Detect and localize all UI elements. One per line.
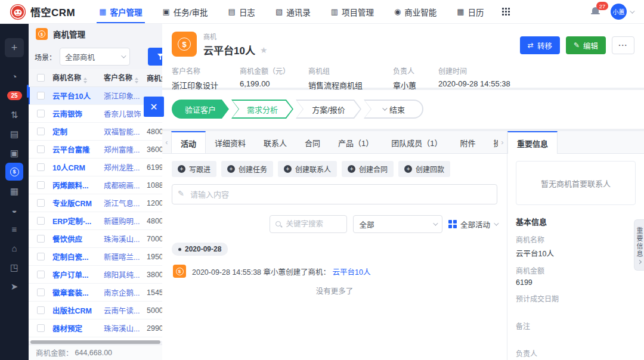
row-checkbox[interactable]: [37, 145, 45, 153]
row-checkbox[interactable]: [37, 271, 45, 278]
important-info-collapse-tab[interactable]: 重要信息: [634, 219, 644, 271]
opportunity-name-link[interactable]: 10人CRM: [52, 162, 104, 173]
sidebar-item[interactable]: ⌂ $: [0, 238, 29, 257]
sidebar-item[interactable]: ≡ $: [0, 219, 29, 238]
opportunity-row[interactable]: 专业版CRM 浙江气息... 12000: [29, 194, 162, 212]
quick-action-button[interactable]: + 创建任务: [221, 161, 273, 177]
close-detail-button[interactable]: ✕: [144, 97, 164, 117]
tab[interactable]: 产品（1）: [329, 131, 382, 153]
row-checkbox[interactable]: [37, 217, 45, 225]
row-checkbox[interactable]: [37, 235, 45, 243]
row-checkbox[interactable]: [37, 253, 45, 260]
opportunity-name-link[interactable]: 定制: [52, 126, 104, 137]
tabs-scroll-left-icon[interactable]: ‹: [162, 131, 171, 153]
horizontal-scrollbar[interactable]: [30, 340, 160, 344]
customer-name-link[interactable]: 香奈儿银饰: [104, 108, 147, 119]
customer-name-link[interactable]: 珠海溪山...: [104, 322, 147, 334]
app-logo[interactable]: 悟空CRM: [0, 4, 91, 20]
customer-name-link[interactable]: 浙江气息...: [104, 197, 147, 209]
tab[interactable]: 附件: [451, 131, 485, 153]
nav-item[interactable]: ▦ 客户管理: [91, 0, 150, 23]
opportunity-row[interactable]: 徽章套装... 南京企鹅... 15450: [29, 284, 162, 302]
opportunity-name-link[interactable]: 客户订单...: [52, 269, 104, 280]
customer-name-link[interactable]: 成都碗画...: [104, 179, 147, 191]
row-checkbox[interactable]: [37, 306, 45, 314]
opportunity-name-link[interactable]: 专业版CRM: [52, 197, 104, 209]
quick-action-button[interactable]: + 创建回款: [398, 161, 450, 177]
sidebar-item[interactable]: 25 $: [0, 86, 29, 105]
opportunity-link[interactable]: 云平台10人: [333, 268, 371, 277]
keyword-search[interactable]: [270, 215, 347, 233]
opportunity-name-link[interactable]: 云平台10人: [52, 90, 104, 101]
opportunity-row[interactable]: 出版社CRM 云南午读... 5000: [29, 302, 162, 319]
opportunity-name-link[interactable]: 丙烯颜料...: [52, 179, 104, 191]
column-header[interactable]: 客户名称: [104, 72, 147, 83]
opportunity-row[interactable]: 丙烯颜料... 成都碗画... 10880: [29, 176, 162, 194]
sidebar-item[interactable]: ▣ $: [0, 143, 29, 162]
add-button[interactable]: +: [5, 38, 24, 57]
sidebar-item[interactable]: ▤ $: [0, 124, 29, 143]
customer-name-link[interactable]: 郑州龙胜...: [104, 162, 147, 173]
quick-action-button[interactable]: + 创建合同: [342, 161, 394, 177]
row-checkbox[interactable]: [37, 163, 45, 171]
scene-select[interactable]: 全部商机: [60, 48, 130, 66]
filter-button[interactable]: [148, 48, 162, 66]
customer-name-link[interactable]: 云南午读...: [104, 305, 147, 316]
sidebar-item[interactable]: ▦ $: [0, 181, 29, 200]
tab[interactable]: 活动: [171, 131, 206, 153]
opportunity-row[interactable]: 云平台富隆 郑州富隆... 3600: [29, 141, 162, 159]
customer-name-link[interactable]: 珠海溪山...: [104, 233, 147, 244]
nav-item[interactable]: ▦ 日历: [448, 0, 492, 23]
activity-scope-select[interactable]: 全部活动: [448, 219, 497, 230]
opportunity-row[interactable]: 云平台10人 浙江印象...: [29, 87, 162, 105]
sidebar-item[interactable]: $ $: [0, 162, 29, 181]
customer-name-link[interactable]: 新疆喀兰...: [104, 251, 147, 262]
opportunity-name-link[interactable]: 餐饮供应: [52, 233, 104, 244]
nav-item[interactable]: ▣ 任务/审批: [154, 0, 216, 23]
row-checkbox[interactable]: [37, 288, 45, 296]
transfer-button[interactable]: ⇄ 转移: [520, 36, 560, 54]
keyword-search-input[interactable]: [286, 220, 342, 228]
stage-step[interactable]: 结束: [364, 100, 423, 119]
row-checkbox[interactable]: [37, 128, 45, 135]
edit-button[interactable]: ✎ 编辑: [566, 36, 606, 54]
opportunity-row[interactable]: ERP定制-... 新疆购明... 4800: [29, 212, 162, 230]
customer-name-link[interactable]: 浙江印象...: [104, 90, 147, 101]
opportunity-row[interactable]: 10人CRM 郑州龙胜... 6199: [29, 159, 162, 176]
notifications-button[interactable]: 27: [591, 7, 600, 17]
column-header[interactable]: 商机金额: [147, 73, 162, 83]
opportunity-name-link[interactable]: 云平台富隆: [52, 144, 104, 155]
customer-name-link[interactable]: 南京企鹅...: [104, 287, 147, 298]
nav-item[interactable]: ▤ 日志: [220, 0, 264, 23]
favorite-star-icon[interactable]: ★: [260, 45, 268, 55]
sidebar-item[interactable]: ➤ $: [0, 277, 29, 296]
row-checkbox[interactable]: [37, 324, 45, 332]
sidebar-scrollbar[interactable]: [27, 85, 29, 98]
opportunity-row[interactable]: 器材预定 珠海溪山... 2990: [29, 319, 162, 337]
opportunity-row[interactable]: 定制白瓷... 新疆喀兰... 1950: [29, 248, 162, 266]
select-all-checkbox[interactable]: [37, 74, 45, 82]
opportunity-row[interactable]: 客户订单... 绵阳其纯... 3800: [29, 266, 162, 284]
user-menu[interactable]: 小蕙: [611, 4, 633, 20]
tabs-scroll-right-icon[interactable]: ›: [498, 131, 507, 153]
row-checkbox[interactable]: [37, 92, 45, 100]
opportunity-name-link[interactable]: 器材预定: [52, 322, 104, 334]
followup-input[interactable]: [172, 184, 497, 204]
opportunity-row[interactable]: 餐饮供应 珠海溪山... 70000: [29, 230, 162, 248]
stage-step[interactable]: 方案/报价: [296, 100, 361, 119]
tab[interactable]: 合同: [296, 131, 329, 153]
apps-grid-icon[interactable]: [502, 8, 510, 15]
opportunity-name-link[interactable]: 徽章套装...: [52, 287, 104, 298]
nav-item[interactable]: ▥ 项目管理: [323, 0, 382, 23]
tab-important-info[interactable]: 重要信息: [507, 131, 558, 154]
more-actions-button[interactable]: ···: [612, 36, 634, 54]
sidebar-item[interactable]: ⇅ $: [0, 105, 29, 124]
tab[interactable]: 联系人: [255, 131, 296, 153]
opportunity-name-link[interactable]: 出版社CRM: [52, 305, 104, 316]
customer-name-link[interactable]: 绵阳其纯...: [104, 269, 147, 280]
row-checkbox[interactable]: [37, 181, 45, 189]
nav-item[interactable]: ▧ 通讯录: [267, 0, 319, 23]
opportunity-name-link[interactable]: ERP定制-...: [52, 215, 104, 226]
customer-name-link[interactable]: 双福智能...: [104, 126, 147, 137]
sidebar-item[interactable]: ◔ $: [0, 67, 29, 86]
